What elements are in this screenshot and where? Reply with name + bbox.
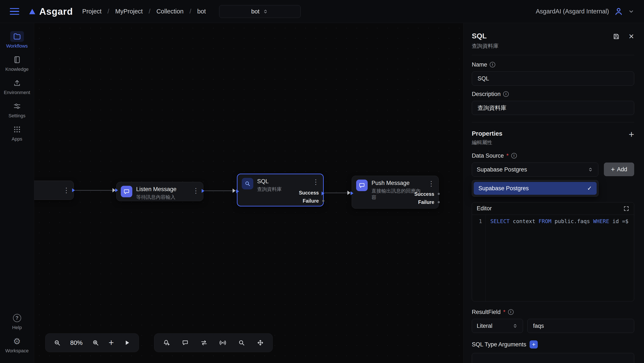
chevron-up-down-icon <box>262 8 268 14</box>
breadcrumb-separator: / <box>190 8 191 15</box>
close-button[interactable]: ✕ <box>628 33 634 40</box>
breadcrumb-item-project[interactable]: Project <box>82 8 102 15</box>
node-menu-icon[interactable]: ⋮ <box>192 187 199 194</box>
result-field-type-select[interactable]: Literal <box>472 319 523 333</box>
editor-label: Editor <box>477 205 492 212</box>
add-button-label: Add <box>617 166 627 173</box>
input-port[interactable] <box>350 191 355 195</box>
sidebar-item-knowledge[interactable]: Knowledge <box>0 53 34 74</box>
code-line[interactable]: SELECT context FROM public.faqs WHERE id… <box>486 215 628 301</box>
workflow-select-value: bot <box>251 8 260 15</box>
node-sql[interactable]: SQL 查詢資料庫 ⋮ Success Failure <box>237 174 324 206</box>
swap-button[interactable] <box>200 339 208 346</box>
broadcast-button[interactable] <box>219 339 226 346</box>
run-button[interactable] <box>123 339 130 346</box>
data-source-dropdown: Supabase Postgres ✓ <box>472 180 598 197</box>
info-icon[interactable]: i <box>508 309 514 315</box>
required-marker: * <box>506 152 509 159</box>
breadcrumb-item-collection[interactable]: Collection <box>156 8 184 15</box>
chat-bubble-icon <box>121 186 132 197</box>
info-icon[interactable]: i <box>503 91 509 97</box>
account-label: AsgardAI (Asgard Internal) <box>536 8 609 15</box>
topbar: Asgard Project / MyProject / Collection … <box>0 0 644 23</box>
description-label-row: Description i <box>472 91 634 97</box>
save-icon <box>613 33 620 40</box>
sidebar-item-settings[interactable]: Settings <box>0 99 34 120</box>
data-source-label-row: Data Source * i <box>472 152 634 159</box>
output-port-failure[interactable] <box>322 200 324 202</box>
sql-editor: Editor 1 SELECT context FROM public.faqs… <box>472 202 634 301</box>
properties-title: Properties <box>472 130 502 137</box>
workflow-select[interactable]: bot <box>219 5 301 18</box>
comment-button[interactable] <box>182 339 189 346</box>
user-icon[interactable] <box>614 7 623 16</box>
zoom-out-button[interactable] <box>54 339 61 346</box>
node-menu-icon[interactable]: ⋮ <box>428 180 435 187</box>
input-port[interactable] <box>115 188 120 192</box>
output-port-failure[interactable] <box>438 201 440 203</box>
add-argument-button[interactable]: + <box>530 341 538 349</box>
description-label: Description <box>472 91 500 97</box>
search-button[interactable] <box>238 339 245 346</box>
sidebar-item-label: Settings <box>8 113 26 119</box>
zoom-in-button[interactable] <box>92 339 99 346</box>
sidebar-item-help[interactable]: ? Help <box>0 311 34 332</box>
help-icon: ? <box>10 313 24 323</box>
breadcrumb: Project / MyProject / Collection / bot <box>82 8 206 15</box>
sql-type-argument-input[interactable] <box>472 353 634 363</box>
pan-button[interactable] <box>257 339 264 346</box>
code-area[interactable]: 1 SELECT context FROM public.faqs WHERE … <box>472 215 634 301</box>
node-push-message[interactable]: Push Message 直接輸出訊息的回應內容 ⋮ Success Failu… <box>352 176 439 209</box>
node-partial[interactable]: ⋮ <box>34 181 74 200</box>
add-data-source-button[interactable]: + Add <box>604 163 634 176</box>
sidebar-item-label: Knowledge <box>5 66 28 72</box>
gear-icon: ⚙ <box>10 336 24 347</box>
notification-add-button[interactable] <box>163 339 170 346</box>
node-title: Listen Message <box>136 186 176 193</box>
node-menu-icon[interactable]: ⋮ <box>63 187 70 194</box>
sidebar-item-workflows[interactable]: Workflows <box>0 29 34 50</box>
dropdown-option-supabase-postgres[interactable]: Supabase Postgres ✓ <box>474 182 597 195</box>
book-icon <box>10 54 24 65</box>
add-node-button[interactable]: + <box>108 338 114 347</box>
sidebar-item-apps[interactable]: Apps <box>0 122 34 144</box>
description-input[interactable] <box>472 101 634 115</box>
save-button[interactable] <box>613 33 620 40</box>
expand-icon[interactable] <box>623 206 629 212</box>
logo[interactable]: Asgard <box>28 6 73 17</box>
node-settings-panel: SQL 查詢資料庫 ✕ Name i Description i Propert <box>464 23 644 363</box>
workflow-canvas[interactable]: ⋮ Listen Message 等待訊息內容輸入 ⋮ <box>34 23 464 363</box>
logo-text: Asgard <box>39 6 73 17</box>
output-port-success[interactable] <box>322 192 326 195</box>
input-port[interactable] <box>236 189 241 193</box>
sql-type-arguments-label: SQL Type Arguments <box>472 341 526 348</box>
sidebar-item-environment[interactable]: Environment <box>0 76 34 97</box>
data-source-select[interactable]: Supabase Postgres <box>472 163 598 177</box>
chevron-up-down-icon <box>512 323 518 329</box>
name-input[interactable] <box>472 71 634 85</box>
swap-arrows-icon <box>200 339 208 346</box>
menu-button[interactable] <box>10 8 19 15</box>
wire <box>203 190 237 191</box>
info-icon[interactable]: i <box>511 153 517 158</box>
result-field-input[interactable] <box>527 319 634 333</box>
sidebar-item-workspace[interactable]: ⚙ Workspace <box>0 334 34 355</box>
breadcrumb-item-bot[interactable]: bot <box>197 8 206 15</box>
output-port[interactable] <box>72 188 77 192</box>
result-field-label-row: ResultField * i <box>472 309 634 316</box>
output-port[interactable] <box>202 189 206 193</box>
sidebar-item-label: Help <box>12 325 22 330</box>
output-port-success[interactable] <box>438 193 440 195</box>
chevron-down-icon[interactable] <box>628 8 634 14</box>
node-menu-icon[interactable]: ⋮ <box>312 179 319 185</box>
output-success-label: Success <box>299 189 319 197</box>
canvas-zoom-toolbar: 80% + <box>45 333 139 352</box>
divider <box>472 122 634 122</box>
node-listen-message[interactable]: Listen Message 等待訊息內容輸入 ⋮ <box>116 182 203 201</box>
folder-icon <box>10 31 24 42</box>
info-icon[interactable]: i <box>490 62 495 67</box>
sidebar: Workflows Knowledge Environment Settings… <box>0 23 34 363</box>
name-label: Name <box>472 61 487 68</box>
breadcrumb-item-myproject[interactable]: MyProject <box>115 8 143 15</box>
add-property-button[interactable]: + <box>629 130 634 139</box>
